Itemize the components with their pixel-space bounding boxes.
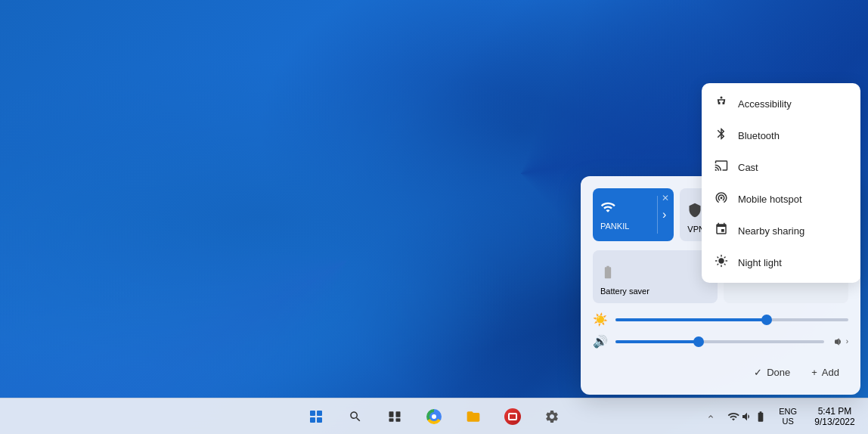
- taskbar: ENG US 5:41 PM 9/13/2022: [0, 398, 868, 434]
- volume-thumb[interactable]: [693, 336, 704, 347]
- volume-fill: [615, 340, 699, 343]
- windows-logo-icon: [310, 411, 322, 423]
- brightness-fill: [615, 318, 767, 321]
- cast-label: Cast: [738, 162, 758, 173]
- speaker-control[interactable]: ›: [832, 336, 848, 348]
- search-button[interactable]: [337, 398, 374, 435]
- taskbar-center: [298, 398, 570, 435]
- systray-volume-icon: [741, 411, 753, 423]
- lang-bottom: US: [782, 417, 793, 426]
- qs-tile-wifi-label: PANKIL: [600, 222, 653, 231]
- app5-icon: [504, 408, 521, 425]
- nightlight-label: Night light: [738, 257, 782, 268]
- systray-wifi-icon: [727, 411, 739, 423]
- taskbar-right: ENG US 5:41 PM 9/13/2022: [702, 398, 868, 435]
- hotspot-icon: [714, 191, 729, 207]
- brightness-slider[interactable]: [615, 318, 848, 321]
- svg-rect-5: [396, 418, 401, 422]
- qs-tile-battery[interactable]: ✕ Battery saver: [593, 250, 718, 303]
- svg-rect-2: [389, 411, 394, 417]
- menu-item-nearby[interactable]: Nearby sharing: [702, 215, 860, 246]
- qs-bottom-actions: ✓ Done + Add: [745, 362, 848, 383]
- volume-slider-row: 🔊 ›: [593, 334, 848, 349]
- accessibility-icon: [714, 95, 729, 112]
- volume-slider[interactable]: [615, 340, 824, 343]
- systray-network-volume[interactable]: [723, 408, 771, 426]
- wifi-icon: [600, 200, 653, 219]
- settings-button[interactable]: [534, 398, 570, 435]
- nearby-icon: [714, 222, 729, 239]
- svg-rect-4: [389, 418, 394, 422]
- app5-button[interactable]: [494, 398, 531, 435]
- systray-chevron[interactable]: [702, 409, 720, 424]
- file-explorer-button[interactable]: [455, 398, 491, 435]
- brightness-icon: ☀️: [593, 312, 608, 327]
- wifi-pin-icon[interactable]: ✕: [662, 193, 669, 203]
- cast-icon: [714, 159, 729, 175]
- desktop: PANKIL › ✕ ✕ VPN ›: [0, 0, 868, 434]
- qs-tile-wifi-left: PANKIL: [600, 200, 653, 231]
- add-label: Add: [822, 367, 839, 378]
- check-icon: ✓: [754, 367, 762, 378]
- clock-date: 9/13/2022: [814, 417, 854, 427]
- qs-tile-battery-label: Battery saver: [600, 287, 710, 296]
- svg-point-1: [721, 97, 723, 99]
- taskview-icon: [388, 410, 401, 423]
- qs-bottom-bar: ✓ Done + Add: [593, 356, 848, 383]
- taskview-button[interactable]: [377, 398, 413, 435]
- svg-rect-3: [396, 411, 401, 417]
- language-button[interactable]: ENG US: [774, 404, 801, 428]
- done-button[interactable]: ✓ Done: [745, 362, 799, 383]
- file-explorer-icon: [466, 409, 481, 424]
- qs-tile-wifi[interactable]: PANKIL › ✕: [593, 188, 674, 241]
- clock-time: 5:41 PM: [818, 406, 852, 417]
- chrome-button[interactable]: [416, 398, 452, 435]
- add-button[interactable]: + Add: [802, 362, 848, 383]
- menu-item-hotspot[interactable]: Mobile hotspot: [702, 183, 860, 215]
- done-label: Done: [767, 367, 790, 378]
- nearby-label: Nearby sharing: [738, 225, 804, 237]
- search-icon: [349, 410, 362, 423]
- dropdown-menu: Accessibility Bluetooth Cast Mobile hots…: [702, 83, 860, 283]
- chrome-icon: [426, 409, 442, 424]
- hotspot-label: Mobile hotspot: [738, 194, 802, 205]
- menu-item-cast[interactable]: Cast: [702, 151, 860, 183]
- menu-item-nightlight[interactable]: Night light: [702, 246, 860, 278]
- lang-top: ENG: [779, 407, 797, 416]
- accessibility-label: Accessibility: [738, 98, 792, 110]
- brightness-thumb[interactable]: [761, 315, 772, 325]
- chevron-up-icon: [706, 412, 715, 421]
- menu-item-accessibility[interactable]: Accessibility: [702, 88, 860, 119]
- settings-icon: [544, 409, 560, 424]
- start-button[interactable]: [298, 398, 334, 435]
- wifi-chevron-icon[interactable]: ›: [662, 208, 666, 222]
- menu-item-bluetooth[interactable]: Bluetooth: [702, 119, 860, 151]
- volume-icon: 🔊: [593, 334, 608, 349]
- wifi-tile-divider: [657, 196, 658, 234]
- brightness-slider-row: ☀️: [593, 312, 848, 327]
- systray-battery-icon: [755, 411, 767, 423]
- bluetooth-label: Bluetooth: [738, 130, 780, 141]
- battery-icon: [600, 265, 710, 284]
- clock-button[interactable]: 5:41 PM 9/13/2022: [804, 405, 865, 429]
- plus-icon: +: [811, 367, 817, 378]
- bluetooth-icon: [714, 127, 729, 144]
- nightlight-icon: [714, 254, 729, 271]
